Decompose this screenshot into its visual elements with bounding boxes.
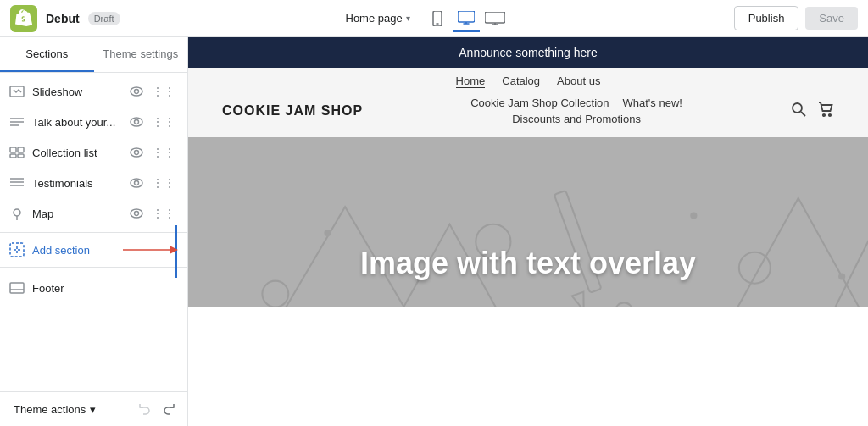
svg-point-14 [131,118,142,126]
svg-point-41 [829,113,831,115]
svg-point-25 [131,179,142,187]
svg-point-38 [793,103,802,113]
svg-point-27 [14,209,20,216]
nav-link-whats-new[interactable]: What's new! [623,97,682,109]
announce-bar: Announce something here [188,37,868,68]
mobile-view-btn[interactable] [424,5,451,32]
svg-line-39 [801,112,805,116]
svg-rect-19 [18,154,24,158]
drag-handle[interactable]: ⋮⋮ [148,113,179,130]
chevron-down-icon: ▾ [406,14,410,23]
svg-rect-31 [10,243,24,257]
drag-handle[interactable]: ⋮⋮ [148,83,179,100]
sidebar-item-talk-about[interactable]: Talk about your... ⋮⋮ [0,107,187,137]
svg-point-29 [131,209,142,218]
sidebar-item-collection-list[interactable]: Collection list ⋮⋮ [0,137,187,168]
visibility-toggle[interactable] [126,146,147,159]
nav-link-catalog[interactable]: Catalog [502,75,540,88]
redo-button[interactable] [159,399,179,419]
wide-view-btn[interactable] [481,5,509,32]
desktop-view-btn[interactable] [453,5,480,32]
svg-point-20 [131,148,142,157]
preview-frame: Announce something here Home Catalog Abo… [188,37,868,426]
chevron-down-icon: ▾ [90,403,96,416]
drag-handle[interactable]: ⋮⋮ [148,144,179,161]
sidebar-item-label: Map [32,207,120,220]
shopify-logo [10,5,37,32]
nav-link-discounts[interactable]: Discounts and Promotions [512,113,641,125]
visibility-toggle[interactable] [126,176,147,190]
preview-area: Announce something here Home Catalog Abo… [188,37,868,426]
map-icon [8,205,25,222]
sidebar-item-actions: ⋮⋮ [126,144,179,161]
svg-point-52 [324,230,331,236]
nav-link-about[interactable]: About us [557,75,600,88]
sidebar-item-actions: ⋮⋮ [126,83,179,100]
tab-sections[interactable]: Sections [0,37,94,72]
svg-rect-17 [18,147,24,152]
hero-area: Image with text overlay [188,137,868,307]
store-navigation: Home Catalog About us COOKIE JAM SHOP Co… [188,68,868,137]
add-section-icon [8,241,25,258]
svg-rect-2 [458,11,475,22]
topbar-center: Home page ▾ [129,5,726,32]
publish-button[interactable]: Publish [734,6,799,30]
sidebar-item-map[interactable]: Map ⋮⋮ [0,198,187,229]
undo-redo-controls [135,399,179,419]
drag-handle[interactable]: ⋮⋮ [148,174,179,191]
cart-icon[interactable] [817,101,834,122]
svg-point-40 [823,113,825,115]
svg-rect-16 [10,147,16,152]
page-selector[interactable]: Home page ▾ [346,12,410,25]
nav-link-home[interactable]: Home [456,75,486,88]
undo-button[interactable] [135,399,155,419]
visibility-toggle[interactable] [126,115,147,129]
topbar-right: Publish Save [734,6,858,30]
svg-point-53 [690,212,697,219]
svg-point-46 [262,281,288,307]
svg-point-10 [135,90,139,94]
footer-label: Footer [32,282,64,295]
visibility-toggle[interactable] [126,207,147,220]
search-icon[interactable] [790,101,807,122]
nav-center: Cookie Jam Shop Collection What's new! D… [470,97,682,125]
testimonials-icon [8,174,25,191]
nav-main: COOKIE JAM SHOP Cookie Jam Shop Collecti… [222,91,834,130]
nav-icons [790,101,834,122]
theme-name: Debut [46,12,80,25]
svg-rect-36 [10,283,24,293]
nav-link-collection[interactable]: Cookie Jam Shop Collection [470,97,609,109]
save-button[interactable]: Save [805,7,858,30]
slideshow-icon [8,83,25,100]
sidebar-tabs: Sections Theme settings [0,37,187,73]
add-section-label: Add section [32,244,90,257]
sidebar-item-label: Talk about your... [32,116,120,129]
hero-overlay-text: Image with text overlay [360,246,696,298]
svg-rect-18 [10,154,16,158]
visibility-toggle[interactable] [126,85,147,98]
sidebar-item-label: Collection list [32,147,120,159]
svg-point-26 [135,181,139,185]
svg-point-30 [135,212,139,216]
sidebar-bottom: Theme actions ▾ [0,391,187,426]
sidebar-item-actions: ⋮⋮ [126,205,179,222]
footer-icon [8,279,25,296]
tab-theme-settings[interactable]: Theme settings [94,37,188,72]
nav-bottom-link: Discounts and Promotions [512,113,641,125]
sidebar-item-testimonials[interactable]: Testimonials ⋮⋮ [0,168,187,198]
svg-point-54 [838,273,845,279]
drag-handle[interactable]: ⋮⋮ [148,205,179,222]
draft-badge: Draft [88,12,120,25]
store-brand: COOKIE JAM SHOP [222,103,363,119]
add-section-arrow [123,241,182,258]
sidebar-items: Slideshow ⋮⋮ Talk about your... [0,73,187,391]
sidebar-item-actions: ⋮⋮ [126,174,179,191]
view-icons [424,5,509,32]
svg-marker-45 [798,207,868,307]
sidebar-item-slideshow[interactable]: Slideshow ⋮⋮ [0,76,187,107]
sidebar: Sections Theme settings Slideshow ⋮⋮ [0,37,188,426]
nav-top-links: Home Catalog About us [222,75,834,88]
nav-main-links: Cookie Jam Shop Collection What's new! [470,97,682,109]
theme-actions-button[interactable]: Theme actions ▾ [8,400,101,419]
sidebar-item-footer[interactable]: Footer [0,271,187,305]
